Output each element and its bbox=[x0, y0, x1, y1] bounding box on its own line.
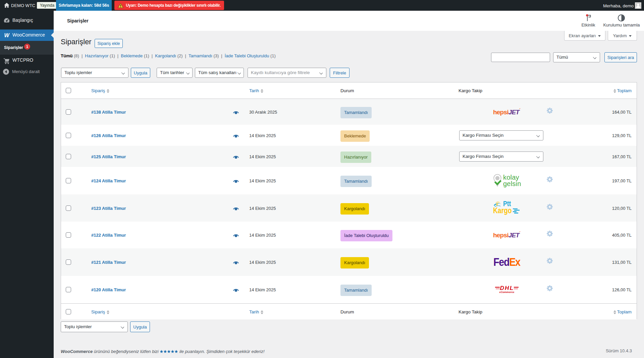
svg-text:W: W bbox=[4, 33, 10, 38]
